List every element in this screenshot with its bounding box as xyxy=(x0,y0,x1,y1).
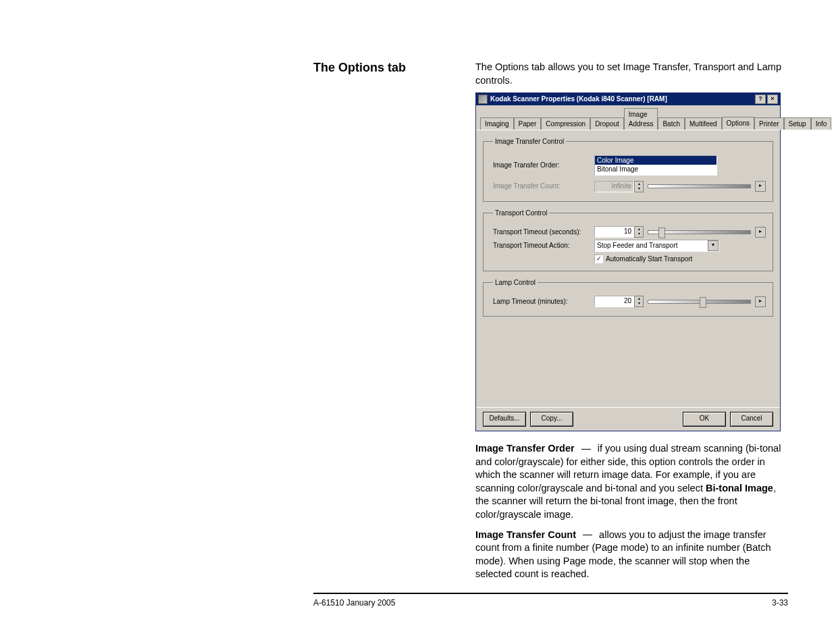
window-icon xyxy=(478,95,488,104)
lamp-timeout-field[interactable]: 20 xyxy=(594,296,634,307)
lamp-timeout-slider[interactable] xyxy=(648,300,751,304)
dialog-footer: Defaults... Copy... OK Cancel xyxy=(476,407,780,431)
slider-right-arrow[interactable]: ▸ xyxy=(755,296,766,307)
tab-paper[interactable]: Paper xyxy=(514,117,542,130)
group-lamp: Lamp Control Lamp Timeout (minutes): 20 … xyxy=(483,278,773,317)
group-transport: Transport Control Transport Timeout (sec… xyxy=(483,209,773,271)
label-lamp-timeout: Lamp Timeout (minutes): xyxy=(493,297,594,306)
auto-start-label: Automatically Start Transport xyxy=(606,254,692,264)
tab-strip: Imaging Paper Compression Dropout Image … xyxy=(476,105,780,130)
titlebar: Kodak Scanner Properties (Kodak i840 Sca… xyxy=(476,93,780,105)
footer-right: 3-33 xyxy=(772,598,788,608)
help-button[interactable]: ? xyxy=(755,95,766,104)
transport-timeout-spinner[interactable]: ▴▾ xyxy=(634,226,644,238)
defaults-button[interactable]: Defaults... xyxy=(483,412,526,427)
close-button[interactable]: × xyxy=(767,95,778,104)
paragraph-transfer-count: Image Transfer Count allows you to adjus… xyxy=(475,529,786,581)
chevron-down-icon[interactable]: ▾ xyxy=(708,240,719,251)
group-title-transport: Transport Control xyxy=(493,209,549,218)
checkbox-icon[interactable]: ✓ xyxy=(594,254,603,263)
intro-text: The Options tab allows you to set Image … xyxy=(475,61,786,87)
transfer-count-spinner: ▴▾ xyxy=(634,181,644,192)
slider-right-arrow: ▸ xyxy=(755,181,766,192)
group-image-transfer: Image Transfer Control Image Transfer Or… xyxy=(483,137,773,202)
tab-printer[interactable]: Printer xyxy=(754,117,783,130)
ok-button[interactable]: OK xyxy=(683,412,726,427)
emdash-icon xyxy=(581,449,591,450)
tab-info[interactable]: Info xyxy=(811,117,832,130)
transfer-count-slider xyxy=(648,184,751,188)
label-transfer-order: Image Transfer Order: xyxy=(493,161,594,170)
emdash-icon xyxy=(583,535,592,535)
tab-setup[interactable]: Setup xyxy=(784,117,811,130)
transport-timeout-slider[interactable] xyxy=(648,230,751,234)
label-transfer-count: Image Transfer Count: xyxy=(493,182,594,191)
label-transport-action: Transport Timeout Action: xyxy=(493,241,594,250)
window-title: Kodak Scanner Properties (Kodak i840 Sca… xyxy=(490,95,667,104)
list-item[interactable]: Bitonal Image xyxy=(595,165,716,173)
tab-batch[interactable]: Batch xyxy=(658,117,685,130)
tab-imaging[interactable]: Imaging xyxy=(480,117,514,130)
tab-options[interactable]: Options xyxy=(722,117,754,130)
tab-multifeed[interactable]: Multifeed xyxy=(685,117,722,130)
transfer-order-listbox[interactable]: Color Image Bitonal Image xyxy=(594,155,717,176)
tab-compression[interactable]: Compression xyxy=(541,117,590,130)
group-title-image-transfer: Image Transfer Control xyxy=(493,137,566,146)
group-title-lamp: Lamp Control xyxy=(493,278,538,288)
footer-left: A-61510 January 2005 xyxy=(313,598,395,608)
transport-timeout-field[interactable]: 10 xyxy=(594,226,634,238)
footer-rule xyxy=(313,593,788,594)
copy-button[interactable]: Copy... xyxy=(530,412,573,427)
cancel-button[interactable]: Cancel xyxy=(730,412,773,427)
section-heading: The Options tab xyxy=(313,34,475,75)
paragraph-transfer-order: Image Transfer Order if you using dual s… xyxy=(475,442,786,521)
list-item[interactable]: Color Image xyxy=(595,156,716,165)
slider-thumb[interactable] xyxy=(658,227,665,238)
label-transport-timeout: Transport Timeout (seconds): xyxy=(493,227,594,237)
tab-image-address[interactable]: Image Address xyxy=(624,108,658,130)
auto-start-checkbox-row[interactable]: ✓ Automatically Start Transport xyxy=(594,254,766,264)
transport-action-combo[interactable]: Stop Feeder and Transport ▾ xyxy=(594,240,719,252)
transfer-count-field: Infinite xyxy=(594,181,634,192)
dialog-window: Kodak Scanner Properties (Kodak i840 Sca… xyxy=(475,92,781,431)
slider-right-arrow[interactable]: ▸ xyxy=(755,227,766,238)
lamp-timeout-spinner[interactable]: ▴▾ xyxy=(634,296,644,307)
slider-thumb[interactable] xyxy=(700,297,706,308)
combo-value: Stop Feeder and Transport xyxy=(597,241,678,250)
tab-dropout[interactable]: Dropout xyxy=(590,117,624,130)
